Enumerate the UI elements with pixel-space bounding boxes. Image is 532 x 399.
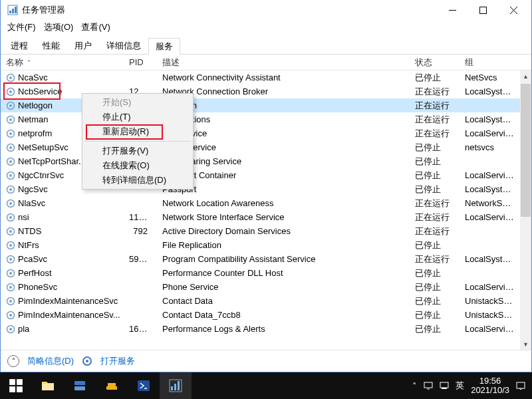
table-row[interactable]: NtFrsFile Replication已停止 [1,238,531,252]
taskbar-taskmanager[interactable] [160,372,192,399]
tray-chevron-icon[interactable]: ˄ [412,381,417,391]
cell-desc: Performance Logs & Alerts [157,324,410,334]
system-tray: ˄ 英 19:56 2021/10/3 [406,376,532,396]
svg-rect-5 [479,7,486,13]
menu-options[interactable]: 选项(O) [40,20,78,35]
col-group[interactable]: 组 [460,55,519,70]
ctx-stop[interactable]: 停止(T) [84,110,192,124]
cell-group: LocalService [460,128,519,138]
svg-rect-66 [517,382,525,388]
tray-clock[interactable]: 19:56 2021/10/3 [471,376,509,396]
svg-rect-64 [440,382,448,388]
svg-rect-60 [174,384,176,390]
tab-processes[interactable]: 进程 [3,37,35,54]
tray-ime[interactable]: 英 [456,380,464,392]
vertical-scrollbar[interactable]: ▲ ▼ [520,70,531,350]
taskbar-app2[interactable] [96,372,128,399]
open-services-link[interactable]: 打开服务 [100,355,135,367]
ctx-open-services[interactable]: 打开服务(V) [84,144,192,158]
scroll-up-icon[interactable]: ▲ [520,70,531,82]
svg-point-11 [9,90,12,93]
table-row[interactable]: NetSetupSvcSetup Service已停止netsvcs [1,140,531,154]
cell-name: PimIndexMaintenanceSv... [1,310,124,320]
close-button[interactable] [498,0,529,20]
cell-desc: Network Location Awareness [157,198,410,208]
taskbar-explorer[interactable] [32,372,64,399]
tab-performance[interactable]: 性能 [35,37,67,54]
scroll-down-icon[interactable]: ▼ [520,338,531,350]
svg-point-29 [9,216,12,219]
tray-network-icon[interactable] [440,381,449,390]
cell-name: NlaSvc [1,198,124,208]
cell-name: PhoneSvc [1,282,124,292]
taskbar-server-manager[interactable] [64,372,96,399]
ctx-search-online[interactable]: 在线搜索(O) [84,158,192,173]
menubar: 文件(F) 选项(O) 查看(V) [1,20,531,35]
maximize-button[interactable] [467,0,498,20]
table-row[interactable]: Netlogon792Netlogon正在运行 [1,98,531,112]
table-row[interactable]: NlaSvcNetwork Location Awareness正在运行Netw… [1,196,531,210]
fewer-details-icon[interactable]: ˄ [7,355,19,367]
brief-info-link[interactable]: 简略信息(D) [27,355,74,367]
tab-details[interactable]: 详细信息 [99,37,148,54]
table-row[interactable]: PimIndexMaintenanceSvcContact Data已停止Uni… [1,294,531,308]
cell-status: 正在运行 [410,225,460,237]
start-button[interactable] [0,372,32,399]
table-row[interactable]: NTDS792Active Directory Domain Services正… [1,224,531,238]
menu-file[interactable]: 文件(F) [3,20,40,35]
cell-desc: Connections [157,114,410,124]
taskbar: ˄ 英 19:56 2021/10/3 [0,372,532,399]
table-row[interactable]: NgcCtnrSvcPassport Container已停止LocalServ… [1,168,531,182]
svg-rect-61 [178,381,180,390]
table-row[interactable]: NgcSvcPassport已停止LocalSystem... [1,182,531,196]
table-row[interactable]: PcaSvc5924Program Compatibility Assistan… [1,252,531,266]
table-row[interactable]: NetTcpPortShar...Port Sharing Service已停止 [1,154,531,168]
table-row[interactable]: NetmanConnections正在运行LocalSystem... [1,112,531,126]
cell-group: NetSvcs [460,72,519,82]
table-row[interactable]: PimIndexMaintenanceSv...Contact Data_7cc… [1,308,531,322]
table-row[interactable]: NcbService1256Network Connection Broker正… [1,84,531,98]
cell-status: 正在运行 [410,253,460,265]
cell-desc: Port Sharing Service [157,156,410,166]
col-pid[interactable]: PID [124,56,157,68]
titlebar: 任务管理器 [1,0,531,20]
ctx-separator [84,141,191,142]
cell-desc: Phone Service [157,282,410,292]
cell-desc: Network Store Interface Service [157,212,410,222]
menu-view[interactable]: 查看(V) [77,20,114,35]
svg-rect-55 [106,386,117,390]
cell-name: PcaSvc [1,254,124,264]
tray-notification-icon[interactable] [516,381,525,390]
col-name[interactable]: 名称˄ [1,55,124,70]
svg-rect-59 [171,386,173,390]
ctx-goto-details[interactable]: 转到详细信息(D) [84,173,192,188]
taskbar-powershell[interactable] [128,372,160,399]
scroll-thumb[interactable] [521,84,531,217]
cell-status: 已停止 [410,281,460,293]
table-row[interactable]: nsi1172Network Store Interface Service正在… [1,210,531,224]
cell-desc: Passport Container [157,170,410,180]
tab-users[interactable]: 用户 [67,37,99,54]
table-row[interactable]: PerfHostPerformance Counter DLL Host已停止 [1,266,531,280]
cell-group: UnistackSvcG... [460,310,519,320]
cell-group: netsvcs [460,142,519,152]
table-row[interactable]: netprofmList Service正在运行LocalService [1,126,531,140]
tray-display-icon[interactable] [424,381,433,390]
tab-services[interactable]: 服务 [148,38,180,55]
cell-desc: Performance Counter DLL Host [157,268,410,278]
cell-pid: 1172 [124,212,157,222]
minimize-button[interactable] [437,0,467,20]
table-row[interactable]: PhoneSvcPhone Service已停止LocalService [1,280,531,294]
table-row[interactable]: pla1656Performance Logs & Alerts已停止Local… [1,322,531,336]
svg-point-47 [86,360,88,362]
col-status[interactable]: 状态 [410,55,460,70]
svg-point-45 [9,328,12,331]
cell-group: LocalService... [460,170,519,180]
svg-point-37 [9,272,12,275]
table-row[interactable]: NcaSvcNetwork Connectivity Assistant已停止N… [1,70,531,84]
cell-group: NetworkServ... [460,198,519,208]
ctx-restart[interactable]: 重新启动(R) [84,124,192,139]
cell-status: 已停止 [410,295,460,307]
col-desc[interactable]: 描述 [157,55,410,70]
cell-status: 已停止 [410,309,460,321]
